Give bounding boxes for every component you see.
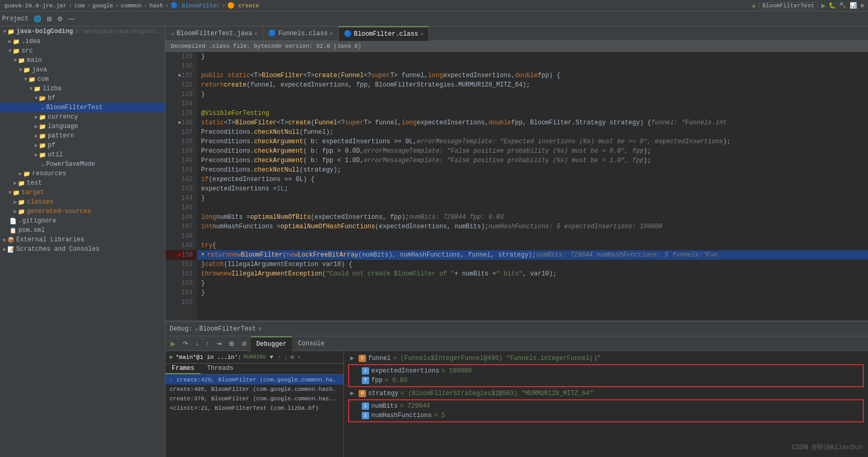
language-folder-icon: 📁 [39,123,46,130]
frame-item-1[interactable]: create:405, BloomFilter (com.google.comm… [165,385,343,394]
project-label: Project [2,15,28,23]
sidebar-item-gitignore[interactable]: 📄 .gitignore [0,216,165,226]
sidebar-item-bf[interactable]: ▼ 📂 bf [0,93,165,103]
settings-icon[interactable]: ⚙ [860,2,864,9]
project-root[interactable]: ▼ 📁 java-bolgCoding E:\workspace\java-bo… [0,26,165,37]
frame-item-2[interactable]: create:379, BloomFilter (com.google.comm… [165,394,343,403]
sidebar-item-idea[interactable]: ▶ 📁 .idea [0,37,165,46]
frames-tab[interactable]: Frames [165,364,201,374]
lizba-folder-icon: 📁 [34,86,41,92]
tab-label-bloomfiltertest: BloomFilterTest.java [176,30,252,37]
sidebar-item-com[interactable]: ▼ 📁 com [0,75,165,84]
code-line-155 [197,297,868,307]
tab-debugger[interactable]: Debugger [251,336,292,351]
frame-item-0[interactable]: ✓ create:429, BloomFilter (com.google.co… [165,375,343,385]
threads-tab[interactable]: Threads [201,364,239,374]
var-expectedInsertions[interactable]: i expectedInsertions = 100000 [351,366,861,376]
target-folder-icon: 📁 [13,189,20,196]
debug-session-close[interactable]: ✕ [258,325,262,333]
run-to-cursor-button[interactable]: ⇥ [213,339,225,348]
sidebar-item-pf[interactable]: ▶ 📁 pf [0,141,165,150]
sidebar-item-test[interactable]: ▶ 📁 test [0,178,165,188]
tab-bloomfilter-class[interactable]: 🔵 BloomFilter.class ✕ [339,26,429,41]
resources-folder-icon: 📁 [23,171,30,177]
sidebar-item-generated-sources[interactable]: ▶ 📁 generated-sources [0,207,165,216]
tab-close-funnels[interactable]: ✕ [330,30,333,37]
src-folder-icon: 📁 [13,48,20,55]
step-out-button[interactable]: ↑ [203,339,212,348]
var-fpp[interactable]: f fpp = 0.03 [351,376,861,385]
sidebar-item-scratches[interactable]: ▶ 📝 Scratches and Consoles [0,245,165,254]
code-editor[interactable]: 129 130 ●131 132 133 134 135 ●136 137 13… [165,52,868,321]
sidebar-item-pomxml[interactable]: 📋 pom.xml [0,226,165,235]
line-numbers: 129 130 ●131 132 133 134 135 ●136 137 13… [165,52,197,321]
code-line-146: long numBits = optimalNumOfBits(expected… [197,212,868,222]
sidebar-item-main[interactable]: ▼ 📁 main [0,56,165,65]
var-numHashFunctions[interactable]: i numHashFunctions = 5 [351,411,861,420]
frame-label-3: <clinit>:21, BloomFilterTest (com.lizba.… [170,405,319,411]
coverage-icon[interactable]: 📊 [850,2,857,9]
code-line-142: if (expectedInsertions == 0L) { [197,175,868,184]
code-line-147: int numHashFunctions = optimalNumOfHashF… [197,222,868,231]
var-box-num: i numBits = 729844 i numHashFunctions = … [348,399,864,422]
run-config-label[interactable]: BloomFilterTest [759,2,818,9]
sidebar-item-powersavemode[interactable]: ☕ PowerSaveMode [0,160,165,169]
var-funnel[interactable]: ▶ O funnel = (Funnels$IntegerFunnel@495)… [348,353,864,363]
code-text-area[interactable]: } public static <T> BloomFilter<T> creat… [197,52,868,321]
debug-content: ▶ *main*@1 in ...in': RUNNING ▼ ↑ ↓ ⊞ + … [165,351,868,457]
var-box-expected-fpp: i expectedInsertions = 100000 f fpp = 0.… [348,364,864,387]
sidebar-item-external-libraries[interactable]: ▶ 📦 External Libraries [0,235,165,245]
sidebar-item-src[interactable]: ▼ 📁 src [0,46,165,56]
step-over-button[interactable]: ↷ [180,339,191,348]
currency-folder-icon: 📁 [39,114,46,121]
thread-nav-down[interactable]: ↓ [284,354,288,360]
var-strategy[interactable]: ▶ O strategy = (BloomFilterStrategies$2@… [348,388,864,398]
minimize-button[interactable]: — [66,14,77,24]
tab-bloomfiltertest-java[interactable]: ☕ BloomFilterTest.java ✕ [165,26,263,41]
sidebar-item-util[interactable]: ▶ 📁 util [0,150,165,160]
tab-close-bloomfilter[interactable]: ✕ [420,31,423,37]
build-icon[interactable]: 🔨 [839,2,846,9]
code-line-152: throw new IllegalArgumentException("Coul… [197,269,868,279]
resume-button[interactable]: ▶ [168,339,179,348]
code-line-150: ➤ return new BloomFilter(new LockFreeBit… [197,250,868,260]
code-line-144: } [197,194,868,203]
var-icon-numBits: i [362,402,369,410]
frame-item-3[interactable]: <clinit>:21, BloomFilterTest (com.lizba.… [165,403,343,413]
var-icon-nhf: i [362,412,369,419]
gear-button[interactable]: ⚙ [55,14,65,24]
tab-label-funnels: Funnels.class [278,30,328,37]
code-line-133: } [197,90,868,99]
sidebar-item-java[interactable]: ▼ 📁 java [0,65,165,75]
var-expand-strategy[interactable]: ▶ [350,389,357,397]
code-line-139: Preconditions.checkArgument( b: fpp > 0.… [197,146,868,156]
debug-button[interactable]: 🐛 [829,2,836,9]
tab-close-bloomfiltertest[interactable]: ✕ [254,30,257,37]
var-icon-fpp: f [362,377,369,384]
sidebar-item-currency[interactable]: ▶ 📁 currency [0,112,165,122]
split-button[interactable]: ⊞ [45,14,54,24]
sidebar-item-pattern[interactable]: ▶ 📁 pattern [0,131,165,141]
sidebar-item-language[interactable]: ▶ 📁 language [0,122,165,131]
thread-add[interactable]: + [297,354,301,360]
sidebar-item-lizba[interactable]: ▼ 📁 lizba [0,84,165,93]
sidebar-item-bloomfiltertest[interactable]: ☕ BloomFilterTest [0,103,165,112]
evaluate-button[interactable]: ⊞ [226,339,237,348]
tab-funnels[interactable]: 🔵 Funnels.class ✕ [263,26,339,41]
sidebar-item-target[interactable]: ▼ 📁 target [0,188,165,197]
util-folder-icon: 📁 [39,152,46,158]
run-button[interactable]: ▶ [821,1,825,10]
decompiled-text: Decompiled .class file, bytecode version… [171,43,361,49]
thread-nav-up[interactable]: ↑ [277,354,281,360]
var-expand-funnel[interactable]: ▶ [350,354,357,362]
sidebar-item-classes[interactable]: ▶ 📁 classes [0,197,165,207]
thread-filter[interactable]: ⊞ [291,354,295,360]
tab-console[interactable]: Console [293,336,330,351]
var-numBits[interactable]: i numBits = 729844 [351,401,861,411]
step-into-button[interactable]: ↓ [192,339,202,348]
sidebar-item-resources[interactable]: ▶ 📁 resources [0,169,165,178]
mute-button[interactable]: ⊘ [238,339,250,348]
globe-button[interactable]: 🌐 [32,14,44,24]
debug-variables-panel: ▶ O funnel = (Funnels$IntegerFunnel@495)… [344,351,868,457]
scratches-icon: 📝 [7,246,15,253]
